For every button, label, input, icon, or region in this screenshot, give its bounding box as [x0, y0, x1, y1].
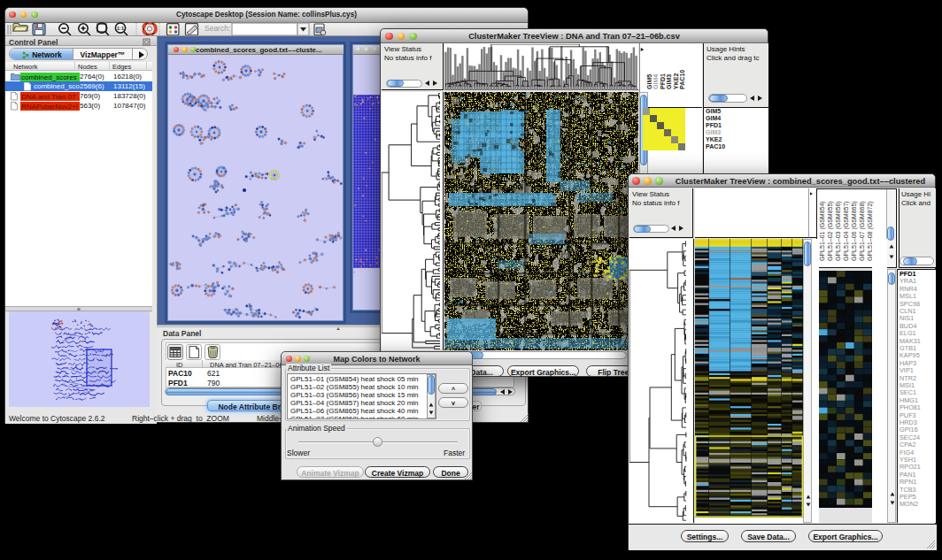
svg-text:1:1: 1:1 [117, 26, 124, 31]
svg-text:Search:: Search: [205, 24, 230, 33]
